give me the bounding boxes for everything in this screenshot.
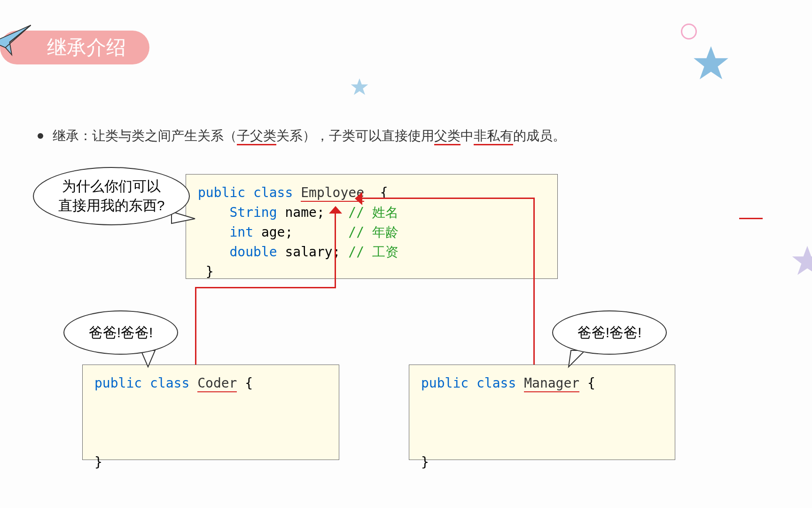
arrow-line [195,287,336,288]
svg-marker-8 [569,350,585,367]
arrow-line [357,198,535,199]
code-box-employee: public class Employee { String name; // … [186,174,558,279]
bullet-text: 继承：让类与类之间产生关系（子父类关系），子类可以直接使用父类中非私有的成员。 [53,127,566,145]
bullet-dot-icon [38,133,43,139]
paper-plane-icon [0,19,33,61]
star-icon [692,45,730,82]
bullet-point: 继承：让类与类之间产生关系（子父类关系），子类可以直接使用父类中非私有的成员。 [38,127,566,145]
svg-marker-4 [694,46,728,79]
code-box-coder: public class Coder { } [82,365,339,460]
svg-marker-5 [792,246,812,275]
red-line [739,218,763,219]
svg-marker-9 [329,206,342,214]
circle-icon [681,24,697,40]
svg-marker-3 [351,79,368,95]
speech-bubble-employee: 为什么你们可以 直接用我的东西? [33,167,190,225]
arrow-head-icon [329,206,342,214]
arrow-line [533,198,535,365]
svg-marker-6 [172,212,195,223]
speech-bubble-coder: 爸爸!爸爸! [63,310,178,355]
arrow-line [335,208,336,288]
star-icon [791,245,812,278]
code-box-manager: public class Manager { } [409,365,675,460]
arrow-line [195,287,196,365]
speech-bubble-manager: 爸爸!爸爸! [552,310,667,355]
svg-marker-10 [355,192,362,205]
star-icon [350,78,369,96]
arrow-head-icon [355,192,362,205]
